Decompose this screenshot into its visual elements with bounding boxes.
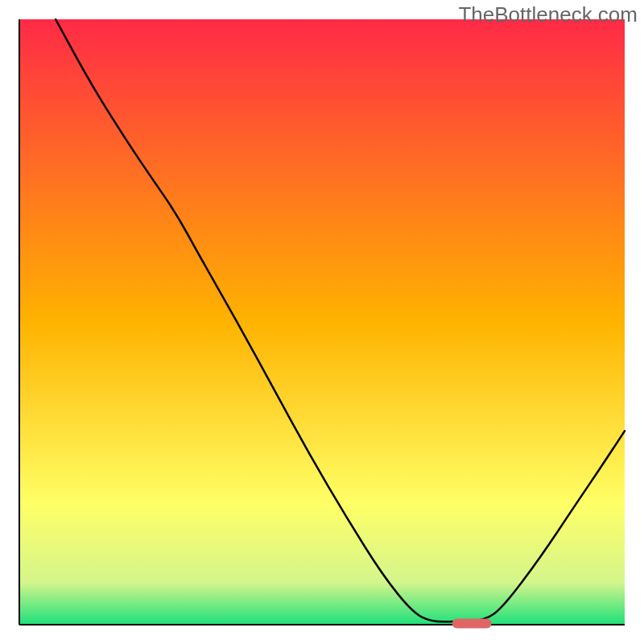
optimum-marker <box>452 618 492 628</box>
gradient-background <box>19 19 625 625</box>
chart-svg <box>0 0 644 644</box>
bottleneck-chart: TheBottleneck.com <box>0 0 644 644</box>
watermark-text: TheBottleneck.com <box>458 2 638 27</box>
